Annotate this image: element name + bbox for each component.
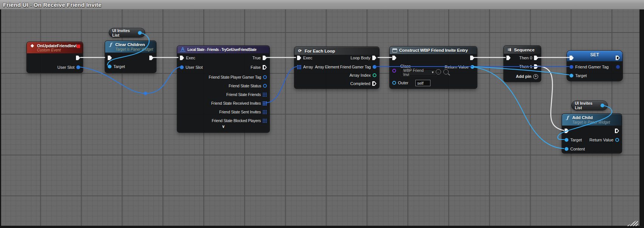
node-add-child[interactable]: ƒ Add Child Target is Panel Widget Targe… xyxy=(562,113,622,154)
pin-false-out[interactable]: False xyxy=(251,64,267,71)
node-clear-children[interactable]: ƒ Clear Children Target is Panel Widget … xyxy=(105,40,156,73)
node-title: Sequence xyxy=(514,48,534,52)
pin-target-in[interactable]: Target xyxy=(565,136,582,143)
class-pin-icon xyxy=(392,69,396,73)
pin-exec-out[interactable] xyxy=(615,127,619,134)
node-try-get-user-friend-state[interactable]: A Local State - Friends - TryGetUserFrie… xyxy=(177,45,270,133)
pin-label: Friend State Blocked Players xyxy=(212,118,261,123)
object-pin-icon[interactable] xyxy=(601,104,604,107)
pin-then1-out[interactable]: Then 1 xyxy=(519,63,538,70)
pin-exec-out[interactable] xyxy=(76,54,80,61)
object-pin-icon xyxy=(180,65,184,69)
exec-pin-icon xyxy=(470,56,474,60)
node-header[interactable]: Construct WBP Friend Invite Entry xyxy=(390,47,477,54)
node-header[interactable]: ƒ Clear Children Target is Panel Widget xyxy=(105,41,156,53)
pin-return-value-out[interactable]: Return Value xyxy=(590,136,619,143)
pin-label: Friend State Sent Invites xyxy=(219,110,261,114)
pin-target-in[interactable]: Target xyxy=(108,63,125,70)
pin-then0-out[interactable]: Then 0 xyxy=(519,54,538,61)
pin-label: Return Value xyxy=(590,138,613,142)
node-header[interactable]: ◈ OnUpdateFriendInvite Custom Event xyxy=(27,42,83,53)
pin-output-value-out[interactable] xyxy=(616,64,620,70)
add-pin-button[interactable]: + Add pin xyxy=(516,73,538,80)
object-pin-icon xyxy=(263,75,267,79)
node-construct-wbp-friend-invite-entry[interactable]: Construct WBP Friend Invite Entry Class … xyxy=(389,46,477,89)
object-pin-icon[interactable] xyxy=(138,31,142,35)
exec-pin-icon xyxy=(263,65,267,70)
node-header[interactable]: ⟳ For Each Loop xyxy=(294,47,379,55)
pin-friend-state-status-out[interactable]: Friend State Status xyxy=(229,82,267,89)
node-subtitle: Custom Event xyxy=(37,48,80,52)
node-for-each-loop[interactable]: ⟳ For Each Loop Exec Array Loop Body Arr… xyxy=(294,47,379,89)
node-subtitle: Target is Panel Widget xyxy=(572,120,619,124)
pin-label: Then 1 xyxy=(519,64,532,69)
exec-pin-icon xyxy=(570,56,574,60)
pin-true-out[interactable]: True xyxy=(252,54,267,61)
outer-value-field[interactable] xyxy=(415,80,430,86)
pin-return-value-out[interactable]: Return Value xyxy=(445,64,474,70)
exec-pin-icon xyxy=(534,56,538,60)
pin-array-in[interactable]: Array xyxy=(297,64,313,70)
sequence-icon: ⇉ xyxy=(506,47,512,52)
object-pin-icon xyxy=(615,138,619,142)
pin-exec-in[interactable] xyxy=(392,54,396,61)
pin-label: Completed xyxy=(350,81,370,86)
pin-exec-in[interactable] xyxy=(108,54,112,61)
pin-label: Friend State Status xyxy=(229,84,261,88)
pin-array-element-out[interactable]: Array Element Friend Gamer Tag xyxy=(315,64,376,70)
pin-loop-body-out[interactable]: Loop Body xyxy=(350,54,376,61)
pin-label: Content xyxy=(570,147,585,151)
pin-friend-state-blocked-players-out[interactable]: Friend State Blocked Players xyxy=(212,117,267,124)
exec-pin-icon xyxy=(108,56,112,60)
loop-icon: ⟳ xyxy=(297,48,303,53)
pin-outer-in[interactable]: Outer xyxy=(392,79,409,86)
event-icon: ◈ xyxy=(29,43,35,48)
node-header[interactable]: A Local State - Friends - TryGetUserFrie… xyxy=(177,46,269,53)
node-header[interactable]: ⇉ Sequence xyxy=(504,46,541,54)
pin-exec-in[interactable] xyxy=(565,127,569,134)
graph-title-bar: Friend UI - On Receive Friend Invite xyxy=(0,0,644,9)
pin-label: False xyxy=(251,65,261,70)
variable-node-ui-invites-list-top[interactable]: UI Invites List xyxy=(109,28,145,37)
node-sequence[interactable]: ⇉ Sequence Then 0 Then 1 + Add pin xyxy=(503,45,541,82)
pin-label: Exec xyxy=(303,56,312,60)
graph-title: Friend UI - On Receive Friend Invite xyxy=(3,2,102,8)
reset-to-default-icon[interactable]: ← xyxy=(436,69,441,74)
pin-class-in[interactable] xyxy=(392,67,396,74)
pin-exec-in[interactable] xyxy=(570,54,574,61)
function-icon: ƒ xyxy=(108,42,113,47)
pin-exec-out[interactable] xyxy=(149,54,153,61)
pin-completed-out[interactable]: Completed xyxy=(350,80,376,87)
class-select-dropdown[interactable]: WBP Friend Invi ▼ xyxy=(401,69,437,76)
pin-friend-state-sent-invites-out[interactable]: Friend State Sent Invites xyxy=(219,109,267,115)
pin-user-slot-out[interactable]: User Slot xyxy=(57,64,80,71)
node-set-friend-gamer-tag[interactable]: SET Friend Gamer Tag Target xyxy=(567,50,623,81)
pin-friend-state-player-gamer-tag-out[interactable]: Friend State Player Gamer Tag xyxy=(209,74,267,81)
object-pin-icon xyxy=(471,65,474,69)
pin-exec-out[interactable] xyxy=(470,54,474,61)
pin-array-index-out[interactable]: Array Index xyxy=(350,72,376,79)
pin-label: Return Value xyxy=(445,65,469,69)
pin-friend-state-received-invites-out[interactable]: Friend State Received Invites xyxy=(211,100,267,107)
array-pin-icon xyxy=(263,119,267,123)
graph-canvas[interactable] xyxy=(1,9,639,226)
pin-target-in[interactable]: Target xyxy=(570,72,587,79)
pin-user-slot-in[interactable]: User Slot xyxy=(180,64,203,71)
node-on-update-friend-invite[interactable]: ◈ OnUpdateFriendInvite Custom Event User… xyxy=(26,42,83,73)
array-pin-icon xyxy=(263,110,267,114)
variable-label: UI Invites List xyxy=(112,28,136,37)
event-enabled-indicator[interactable] xyxy=(76,44,80,48)
pin-exec-out[interactable] xyxy=(616,54,620,61)
expand-node-chevron-icon[interactable]: ∨ xyxy=(222,124,225,129)
pin-content-in[interactable]: Content xyxy=(565,146,585,152)
exec-pin-icon xyxy=(506,56,511,60)
pin-friend-gamer-tag-in[interactable]: Friend Gamer Tag xyxy=(570,64,608,70)
pin-friend-state-friends-out[interactable]: Friend State Friends xyxy=(226,91,267,98)
pin-exec-in[interactable] xyxy=(506,54,511,61)
exec-pin-icon xyxy=(263,56,267,60)
pin-exec-in[interactable]: Exec xyxy=(180,54,195,61)
node-header[interactable]: ƒ Add Child Target is Panel Widget xyxy=(562,114,622,126)
pin-exec-in[interactable]: Exec xyxy=(297,54,312,61)
variable-node-ui-invites-list-bottom[interactable]: UI Invites List xyxy=(571,101,608,110)
node-title: Add Child xyxy=(572,115,593,120)
